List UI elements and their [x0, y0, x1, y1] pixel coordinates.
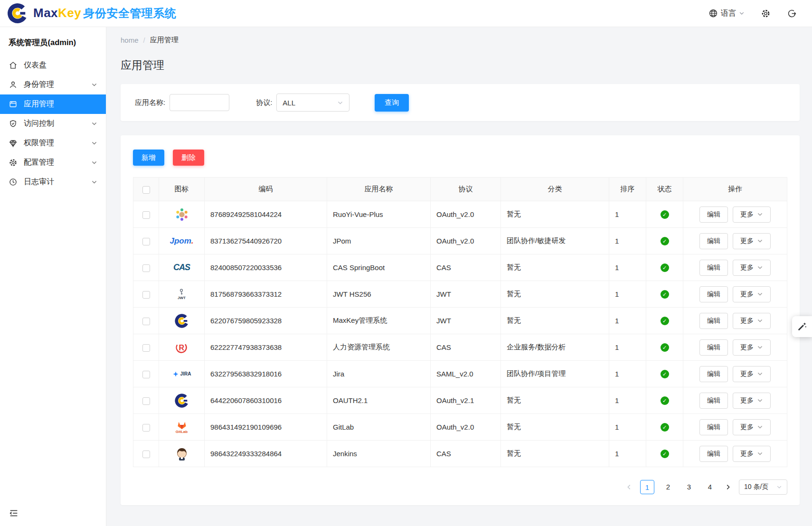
maxkey-logo-icon [7, 2, 28, 24]
app-name-cell: JWT HS256 [327, 281, 431, 308]
edit-button[interactable]: 编辑 [699, 339, 728, 356]
brand-name: MaxKey身份安全管理系统 [33, 6, 176, 21]
row-checkbox[interactable] [142, 291, 150, 299]
app-name-cell: GitLab [327, 414, 431, 441]
sidebar-item-access[interactable]: 访问控制 [0, 114, 106, 133]
row-checkbox[interactable] [142, 371, 150, 378]
app-name-input[interactable] [170, 94, 229, 111]
category-cell: 团队协作/敏捷研发 [501, 228, 609, 254]
menu-fold-icon [9, 508, 19, 518]
sort-cell: 1 [609, 308, 646, 334]
app-name-cell: MaxKey管理系统 [327, 308, 431, 334]
settings-button[interactable] [761, 9, 771, 19]
chevron-down-icon [739, 10, 745, 16]
edit-button[interactable]: 编辑 [699, 419, 728, 435]
sidebar-item-audit[interactable]: 日志审计 [0, 172, 106, 192]
status-enabled-icon: ✓ [661, 343, 669, 352]
edit-button[interactable]: 编辑 [699, 393, 728, 409]
gear-icon [9, 158, 18, 167]
chevron-down-icon [757, 344, 763, 350]
next-page-button[interactable] [725, 484, 731, 490]
sidebar-collapse-button[interactable] [9, 508, 19, 518]
more-button[interactable]: 更多 [733, 260, 771, 276]
edit-button[interactable]: 编辑 [699, 207, 728, 223]
sidebar-item-apps[interactable]: 应用管理 [0, 94, 106, 114]
table-row: GitLab 986431492190109696 GitLab OAuth_v… [133, 414, 787, 441]
brand-key: Key [58, 6, 81, 20]
row-checkbox[interactable] [142, 318, 150, 325]
sidebar-item-label: 应用管理 [24, 99, 54, 109]
more-button[interactable]: 更多 [733, 393, 771, 409]
table-row: CAS 824008507220033536 CAS SpringBoot CA… [133, 254, 787, 281]
protocol-cell: OAuth_v2.0 [431, 201, 501, 228]
clock-icon [9, 178, 18, 187]
add-button[interactable]: 新增 [133, 150, 164, 166]
status-enabled-icon: ✓ [661, 290, 669, 299]
prev-page-button[interactable] [626, 484, 633, 490]
more-button[interactable]: 更多 [733, 207, 771, 223]
sort-cell: 1 [609, 414, 646, 441]
page-number-3[interactable]: 3 [682, 480, 696, 494]
status-enabled-icon: ✓ [661, 237, 669, 245]
protocol-cell: OAuth_v2.0 [431, 228, 501, 254]
shield-check-icon [9, 119, 18, 128]
edit-button[interactable]: 编辑 [699, 286, 728, 302]
row-checkbox[interactable] [142, 211, 150, 219]
page-size-select[interactable]: 10 条/页 [739, 479, 787, 495]
page-number-2[interactable]: 2 [661, 480, 675, 494]
protocol-cell: CAS [431, 334, 501, 361]
more-button[interactable]: 更多 [733, 446, 771, 462]
row-checkbox[interactable] [142, 424, 150, 432]
chevron-down-icon [757, 424, 763, 430]
more-button[interactable]: 更多 [733, 233, 771, 249]
more-button[interactable]: 更多 [733, 313, 771, 329]
edit-button[interactable]: 编辑 [699, 313, 728, 329]
search-button[interactable]: 查询 [375, 94, 409, 112]
hr-logo: R [174, 340, 189, 355]
table-row: 622076759805923328 MaxKey管理系统 JWT 暂无 1 ✓… [133, 308, 787, 334]
edit-button[interactable]: 编辑 [699, 233, 728, 249]
user-icon [9, 80, 18, 89]
protocol-select[interactable]: ALL [276, 94, 349, 112]
globe-icon [708, 9, 718, 18]
theme-tool-button[interactable] [792, 316, 812, 337]
delete-button[interactable]: 删除 [173, 150, 204, 166]
sidebar-item-label: 配置管理 [24, 158, 54, 168]
table-header-row: 图标编码应用名称协议分类排序状态操作 [133, 178, 787, 201]
sidebar-item-config[interactable]: 配置管理 [0, 153, 106, 172]
sidebar-item-dashboard[interactable]: 仪表盘 [0, 56, 106, 75]
app-name-cell: OAUTH2.1 [327, 387, 431, 414]
sidebar-item-identity[interactable]: 身份管理 [0, 75, 106, 94]
page-number-1[interactable]: 1 [640, 480, 654, 494]
chevron-down-icon [757, 397, 763, 404]
chevron-down-icon [91, 121, 97, 127]
column-header: 协议 [431, 178, 501, 201]
edit-button[interactable]: 编辑 [699, 260, 728, 276]
row-checkbox[interactable] [142, 344, 150, 352]
sidebar-item-label: 权限管理 [24, 138, 54, 148]
app-window-icon [9, 100, 18, 109]
select-all-checkbox[interactable] [142, 186, 150, 194]
more-button[interactable]: 更多 [733, 286, 771, 302]
chevron-down-icon [757, 211, 763, 217]
chevron-down-icon [91, 179, 97, 185]
language-switcher[interactable]: 语言 [708, 9, 745, 19]
row-checkbox[interactable] [142, 238, 150, 245]
page-number-4[interactable]: 4 [703, 480, 717, 494]
brand-logo: MaxKey身份安全管理系统 [7, 2, 176, 24]
status-enabled-icon: ✓ [661, 423, 669, 432]
more-button[interactable]: 更多 [733, 419, 771, 435]
app-code-cell: 622076759805923328 [205, 308, 327, 334]
edit-button[interactable]: 编辑 [699, 366, 728, 382]
row-checkbox[interactable] [142, 264, 150, 272]
logout-button[interactable] [787, 9, 797, 19]
app-name-cell: Jira [327, 361, 431, 387]
more-button[interactable]: 更多 [733, 339, 771, 356]
more-button[interactable]: 更多 [733, 366, 771, 382]
row-checkbox[interactable] [142, 451, 150, 458]
row-checkbox[interactable] [142, 397, 150, 405]
sidebar-item-permissions[interactable]: 权限管理 [0, 133, 106, 153]
protocol-cell: CAS [431, 441, 501, 467]
edit-button[interactable]: 编辑 [699, 446, 728, 462]
breadcrumb-home[interactable]: home [121, 36, 139, 44]
